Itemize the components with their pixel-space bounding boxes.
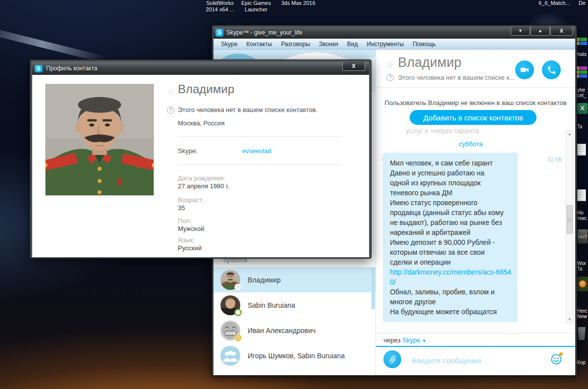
desktop-icon-epic-games[interactable]: Epic Games Launcher (239, 0, 273, 13)
message-timestamp: 11:56 (547, 156, 562, 163)
contact-row-group[interactable]: Игорь Шумков, Sabin Buruiana (214, 343, 375, 368)
planet-rim-highlight (0, 25, 108, 64)
status-away-icon (234, 334, 242, 341)
status-unknown-icon: ? (234, 283, 242, 291)
menu-bar: Skype Контакты Разговоры Звонки Вид Инст… (214, 39, 575, 50)
contact-name: Владимир (248, 276, 281, 284)
language-label: Язык: (178, 236, 195, 244)
notification-dot (559, 352, 563, 356)
divider (178, 136, 342, 137)
menu-calls[interactable]: Звонки (315, 41, 343, 48)
menu-help[interactable]: Помощь (408, 41, 440, 48)
question-mark-icon: ? (167, 107, 174, 114)
divider (376, 333, 575, 333)
scrolled-message-fragment: услуг и ччерез гаранта (406, 128, 479, 135)
menu-conversations[interactable]: Разговоры (276, 41, 315, 48)
menu-view[interactable]: Вид (343, 41, 363, 48)
dialog-titlebar[interactable]: S Профиль контакта X (32, 62, 369, 75)
winrar-icon[interactable] (577, 38, 588, 46)
dialog-title: Профиль контакта (46, 65, 97, 72)
desktop: SolidWorks 2014 x64 ... Epic Games Launc… (0, 0, 588, 389)
add-to-contacts-button[interactable]: Добавить в список контактов (410, 110, 536, 125)
menu-tools[interactable]: Инструменты (362, 41, 408, 48)
excel-file-icon[interactable]: X (577, 103, 588, 114)
winrar-icon[interactable] (577, 66, 588, 78)
message-composer: через Skype ▼ Введите сообщение (376, 326, 575, 375)
desktop-icon-label[interactable]: Ta (577, 124, 588, 129)
heroes-game-icon[interactable] (577, 277, 588, 291)
gender-label: Пол: (178, 217, 192, 224)
avatar (220, 295, 240, 315)
scroll-up-arrow-icon[interactable]: ▲ (566, 131, 573, 138)
via-label: через (383, 336, 400, 344)
recycle-bin-icon[interactable] (577, 327, 588, 340)
skype-logo-icon: S (35, 65, 43, 72)
conversation-panel: ☆ Владимир ? Этого человека нет в вашем … (376, 50, 575, 375)
group-avatar-icon (220, 346, 240, 366)
birthdate-label: Дата рождения: (178, 174, 225, 182)
close-button[interactable]: X (550, 26, 573, 36)
dialog-close-button[interactable]: X (342, 61, 365, 71)
favorite-star-icon[interactable]: ☆ (386, 59, 394, 70)
not-in-list-text: Этого человека нет в вашем списке контак… (178, 106, 318, 113)
avatar: ? (220, 270, 240, 290)
desktop-icon-label[interactable]: Но текс (577, 210, 588, 221)
desktop-icon-label[interactable]: ybe cel_ (577, 87, 588, 98)
contact-profile-dialog: S Профиль контакта X ☆ Владимир ? Этого … (30, 59, 372, 259)
birthdate-value: 27 апреля 1980 г. (178, 182, 229, 190)
divider (178, 164, 342, 165)
window-title: Skype™ - give_me_your_life (226, 29, 302, 36)
maximize-button[interactable]: ▲ (531, 26, 550, 36)
minimize-button[interactable]: ▼ (511, 26, 530, 36)
chat-scrollbar[interactable]: ▲ ▼ (566, 130, 574, 324)
desktop-icon-solidworks[interactable]: SolidWorks 2014 x64 ... (201, 0, 239, 13)
message-bubble: Мил человек, я сам себе гарант Давно и у… (383, 153, 518, 322)
contact-list: ? Владимир Sabin Buruiana (214, 267, 375, 368)
text-file-icon[interactable] (577, 144, 588, 156)
text-file-icon[interactable] (577, 189, 588, 201)
skype-logo-icon: S (215, 29, 223, 37)
contact-location: Москва, Россия (178, 119, 224, 127)
message-text: Мил человек, я сам себе гарант Давно и у… (390, 159, 503, 266)
avatar (220, 321, 240, 340)
desktop-icon-label[interactable]: hats (577, 52, 588, 57)
scroll-down-arrow-icon[interactable]: ▼ (566, 316, 573, 323)
desktop-icon-3ds-max[interactable]: 3ds Max 2016 (276, 0, 320, 6)
menu-contacts[interactable]: Контакты (242, 41, 276, 48)
age-value: 35 (178, 204, 185, 212)
attach-file-button[interactable] (383, 350, 401, 368)
desktop-icon-de-cut[interactable]: De (579, 0, 588, 6)
menu-skype[interactable]: Skype (216, 41, 242, 48)
dialog-body: ☆ Владимир ? Этого человека нет в вашем … (32, 75, 369, 257)
emoticon-button[interactable] (550, 353, 562, 365)
video-call-button[interactable] (515, 60, 534, 79)
desktop-icon-label[interactable]: Wor Ta (577, 261, 588, 272)
contact-row-vladimir[interactable]: ? Владимир (214, 267, 375, 292)
contact-name: Sabin Buruiana (248, 301, 295, 309)
world-of-tanks-icon[interactable]: WoT (577, 229, 588, 244)
skype-id-label: Skype: (178, 147, 198, 155)
sidebar-scrollbar[interactable] (372, 267, 375, 309)
via-skype-dropdown[interactable]: через Skype ▼ (383, 336, 426, 344)
desktop-icon-match-file[interactable]: 6_6_Match... (534, 0, 575, 6)
contact-row-ivan[interactable]: Иван Александрович (214, 318, 375, 343)
voice-call-button[interactable] (542, 60, 561, 79)
notice-text: Пользователь Владимир не включен в ваш с… (376, 99, 575, 107)
gender-value: Мужской (178, 225, 204, 232)
conversation-header: ☆ Владимир ? Этого человека нет в вашем … (376, 50, 575, 88)
contact-photo (45, 84, 154, 196)
desktop-icon-label[interactable]: Кор (577, 360, 588, 365)
skype-id-value[interactable]: evseevlad (242, 147, 271, 155)
contact-row-sabin[interactable]: Sabin Buruiana (214, 292, 375, 318)
message-input[interactable]: Введите сообщение (412, 356, 481, 365)
favorite-star-icon[interactable]: ☆ (167, 87, 174, 97)
contact-name: Владимир (178, 82, 234, 96)
composer-accent-line (376, 346, 575, 347)
contact-name: Иван Александрович (248, 327, 316, 334)
scrollbar-thumb[interactable] (567, 205, 573, 234)
message-link[interactable]: http://darkmoney.cc/members/acs-68540/ (390, 268, 511, 286)
desktop-icon-label[interactable]: Herc New (577, 308, 588, 319)
question-mark-icon: ? (386, 74, 394, 81)
conversation-status: Этого человека нет в вашем списке к... (398, 74, 515, 81)
window-titlebar[interactable]: S Skype™ - give_me_your_life ▼ ▲ X (214, 27, 575, 39)
